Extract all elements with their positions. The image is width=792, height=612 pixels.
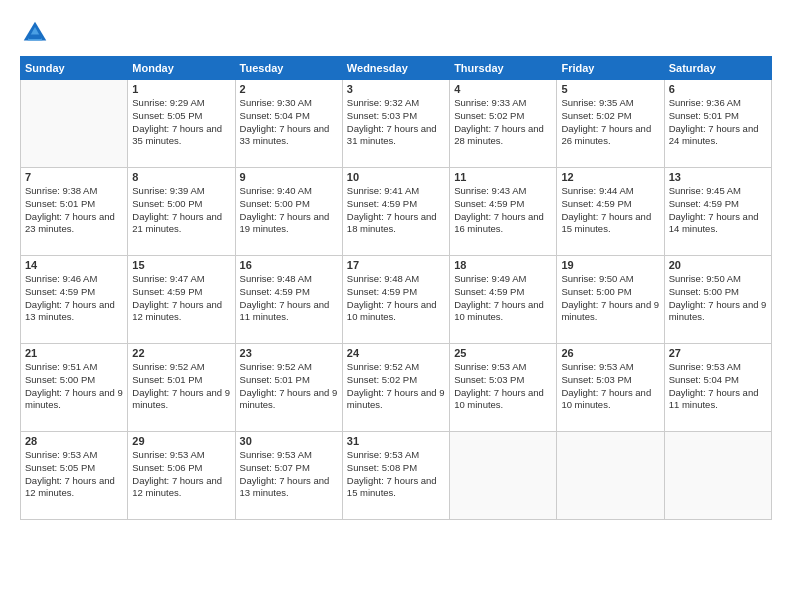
calendar-day-cell: 1Sunrise: 9:29 AMSunset: 5:05 PMDaylight… [128, 80, 235, 168]
calendar-day-cell: 23Sunrise: 9:52 AMSunset: 5:01 PMDayligh… [235, 344, 342, 432]
day-info: Sunrise: 9:35 AMSunset: 5:02 PMDaylight:… [561, 97, 659, 148]
day-info: Sunrise: 9:32 AMSunset: 5:03 PMDaylight:… [347, 97, 445, 148]
calendar-day-cell: 22Sunrise: 9:52 AMSunset: 5:01 PMDayligh… [128, 344, 235, 432]
day-info: Sunrise: 9:48 AMSunset: 4:59 PMDaylight:… [240, 273, 338, 324]
calendar-week-row: 21Sunrise: 9:51 AMSunset: 5:00 PMDayligh… [21, 344, 772, 432]
calendar-day-cell: 31Sunrise: 9:53 AMSunset: 5:08 PMDayligh… [342, 432, 449, 520]
day-info: Sunrise: 9:53 AMSunset: 5:06 PMDaylight:… [132, 449, 230, 500]
day-number: 21 [25, 347, 123, 359]
logo [20, 18, 54, 48]
day-info: Sunrise: 9:29 AMSunset: 5:05 PMDaylight:… [132, 97, 230, 148]
calendar-day-cell: 7Sunrise: 9:38 AMSunset: 5:01 PMDaylight… [21, 168, 128, 256]
day-number: 10 [347, 171, 445, 183]
calendar-day-cell: 15Sunrise: 9:47 AMSunset: 4:59 PMDayligh… [128, 256, 235, 344]
day-number: 29 [132, 435, 230, 447]
calendar-week-row: 7Sunrise: 9:38 AMSunset: 5:01 PMDaylight… [21, 168, 772, 256]
day-number: 7 [25, 171, 123, 183]
calendar-table: SundayMondayTuesdayWednesdayThursdayFrid… [20, 56, 772, 520]
day-number: 22 [132, 347, 230, 359]
calendar-day-cell: 17Sunrise: 9:48 AMSunset: 4:59 PMDayligh… [342, 256, 449, 344]
day-number: 30 [240, 435, 338, 447]
weekday-header: Tuesday [235, 57, 342, 80]
day-number: 26 [561, 347, 659, 359]
day-info: Sunrise: 9:53 AMSunset: 5:03 PMDaylight:… [454, 361, 552, 412]
weekday-header: Saturday [664, 57, 771, 80]
day-number: 25 [454, 347, 552, 359]
day-info: Sunrise: 9:48 AMSunset: 4:59 PMDaylight:… [347, 273, 445, 324]
day-info: Sunrise: 9:52 AMSunset: 5:02 PMDaylight:… [347, 361, 445, 412]
day-info: Sunrise: 9:52 AMSunset: 5:01 PMDaylight:… [132, 361, 230, 412]
day-info: Sunrise: 9:44 AMSunset: 4:59 PMDaylight:… [561, 185, 659, 236]
calendar-day-cell: 12Sunrise: 9:44 AMSunset: 4:59 PMDayligh… [557, 168, 664, 256]
calendar-day-cell: 21Sunrise: 9:51 AMSunset: 5:00 PMDayligh… [21, 344, 128, 432]
weekday-row: SundayMondayTuesdayWednesdayThursdayFrid… [21, 57, 772, 80]
day-info: Sunrise: 9:40 AMSunset: 5:00 PMDaylight:… [240, 185, 338, 236]
calendar-day-cell: 11Sunrise: 9:43 AMSunset: 4:59 PMDayligh… [450, 168, 557, 256]
day-info: Sunrise: 9:47 AMSunset: 4:59 PMDaylight:… [132, 273, 230, 324]
calendar-day-cell: 13Sunrise: 9:45 AMSunset: 4:59 PMDayligh… [664, 168, 771, 256]
calendar-day-cell [664, 432, 771, 520]
calendar-day-cell: 2Sunrise: 9:30 AMSunset: 5:04 PMDaylight… [235, 80, 342, 168]
day-info: Sunrise: 9:39 AMSunset: 5:00 PMDaylight:… [132, 185, 230, 236]
day-number: 8 [132, 171, 230, 183]
calendar-header: SundayMondayTuesdayWednesdayThursdayFrid… [21, 57, 772, 80]
day-number: 14 [25, 259, 123, 271]
calendar-day-cell [21, 80, 128, 168]
day-info: Sunrise: 9:50 AMSunset: 5:00 PMDaylight:… [669, 273, 767, 324]
day-number: 2 [240, 83, 338, 95]
day-number: 16 [240, 259, 338, 271]
day-number: 28 [25, 435, 123, 447]
day-info: Sunrise: 9:49 AMSunset: 4:59 PMDaylight:… [454, 273, 552, 324]
calendar-day-cell: 29Sunrise: 9:53 AMSunset: 5:06 PMDayligh… [128, 432, 235, 520]
calendar-day-cell: 14Sunrise: 9:46 AMSunset: 4:59 PMDayligh… [21, 256, 128, 344]
calendar-day-cell: 18Sunrise: 9:49 AMSunset: 4:59 PMDayligh… [450, 256, 557, 344]
day-info: Sunrise: 9:36 AMSunset: 5:01 PMDaylight:… [669, 97, 767, 148]
calendar-day-cell: 30Sunrise: 9:53 AMSunset: 5:07 PMDayligh… [235, 432, 342, 520]
day-number: 12 [561, 171, 659, 183]
calendar-week-row: 1Sunrise: 9:29 AMSunset: 5:05 PMDaylight… [21, 80, 772, 168]
calendar-day-cell: 27Sunrise: 9:53 AMSunset: 5:04 PMDayligh… [664, 344, 771, 432]
day-number: 5 [561, 83, 659, 95]
day-number: 6 [669, 83, 767, 95]
weekday-header: Wednesday [342, 57, 449, 80]
calendar-day-cell: 25Sunrise: 9:53 AMSunset: 5:03 PMDayligh… [450, 344, 557, 432]
calendar-day-cell [450, 432, 557, 520]
weekday-header: Sunday [21, 57, 128, 80]
day-info: Sunrise: 9:52 AMSunset: 5:01 PMDaylight:… [240, 361, 338, 412]
calendar-day-cell: 19Sunrise: 9:50 AMSunset: 5:00 PMDayligh… [557, 256, 664, 344]
day-info: Sunrise: 9:45 AMSunset: 4:59 PMDaylight:… [669, 185, 767, 236]
day-number: 11 [454, 171, 552, 183]
day-number: 3 [347, 83, 445, 95]
weekday-header: Thursday [450, 57, 557, 80]
day-number: 9 [240, 171, 338, 183]
day-number: 20 [669, 259, 767, 271]
day-info: Sunrise: 9:53 AMSunset: 5:04 PMDaylight:… [669, 361, 767, 412]
day-number: 23 [240, 347, 338, 359]
calendar-body: 1Sunrise: 9:29 AMSunset: 5:05 PMDaylight… [21, 80, 772, 520]
calendar-week-row: 14Sunrise: 9:46 AMSunset: 4:59 PMDayligh… [21, 256, 772, 344]
calendar-day-cell: 28Sunrise: 9:53 AMSunset: 5:05 PMDayligh… [21, 432, 128, 520]
day-info: Sunrise: 9:43 AMSunset: 4:59 PMDaylight:… [454, 185, 552, 236]
calendar-day-cell [557, 432, 664, 520]
day-number: 24 [347, 347, 445, 359]
day-number: 15 [132, 259, 230, 271]
day-info: Sunrise: 9:30 AMSunset: 5:04 PMDaylight:… [240, 97, 338, 148]
day-info: Sunrise: 9:38 AMSunset: 5:01 PMDaylight:… [25, 185, 123, 236]
logo-icon [20, 18, 50, 48]
day-number: 18 [454, 259, 552, 271]
weekday-header: Friday [557, 57, 664, 80]
day-number: 1 [132, 83, 230, 95]
header [20, 18, 772, 48]
day-number: 4 [454, 83, 552, 95]
page: SundayMondayTuesdayWednesdayThursdayFrid… [0, 0, 792, 612]
weekday-header: Monday [128, 57, 235, 80]
calendar-day-cell: 9Sunrise: 9:40 AMSunset: 5:00 PMDaylight… [235, 168, 342, 256]
svg-rect-2 [29, 35, 41, 40]
day-number: 31 [347, 435, 445, 447]
day-info: Sunrise: 9:41 AMSunset: 4:59 PMDaylight:… [347, 185, 445, 236]
calendar-day-cell: 3Sunrise: 9:32 AMSunset: 5:03 PMDaylight… [342, 80, 449, 168]
calendar-day-cell: 10Sunrise: 9:41 AMSunset: 4:59 PMDayligh… [342, 168, 449, 256]
day-info: Sunrise: 9:46 AMSunset: 4:59 PMDaylight:… [25, 273, 123, 324]
day-number: 13 [669, 171, 767, 183]
calendar-day-cell: 4Sunrise: 9:33 AMSunset: 5:02 PMDaylight… [450, 80, 557, 168]
